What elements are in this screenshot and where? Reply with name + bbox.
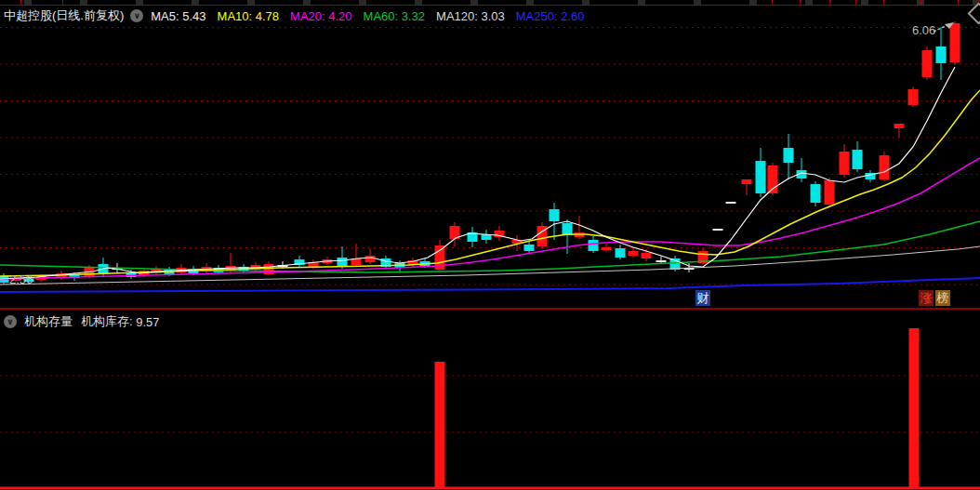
- rank-badge[interactable]: 榜: [935, 290, 950, 306]
- ma10-value: MA10: 4.78: [218, 9, 280, 23]
- collapse-panel-icon[interactable]: ∨: [4, 315, 17, 328]
- ma60-value: MA60: 3.32: [364, 9, 426, 23]
- panel-header: ∨ 机构存量 机构库存: 9.57: [4, 313, 160, 330]
- candlestick-chart[interactable]: [0, 0, 980, 308]
- limit-up-badge[interactable]: 涨: [919, 290, 934, 306]
- institution-panel[interactable]: ∨ 机构存量 机构库存: 9.57: [0, 308, 980, 490]
- chart-render-layer: [0, 21, 980, 292]
- ma5-value: MA5: 5.43: [151, 9, 205, 23]
- left-price-label: 2.56: [9, 272, 33, 286]
- ma20-value: MA20: 4.20: [290, 9, 352, 23]
- institution-volume-chart[interactable]: [0, 310, 980, 490]
- stock-title: 中超控股(日线.前复权): [4, 7, 124, 24]
- panel-title: 机构存量: [24, 313, 73, 330]
- chart-header: 中超控股(日线.前复权) ∨ MA5: 5.43 MA10: 4.78 MA20…: [4, 7, 595, 25]
- ma250-value: MA250: 2.60: [516, 9, 585, 23]
- ma120-value: MA120: 3.03: [436, 9, 505, 23]
- trading-terminal: { "header": { "title": "中超控股(日线.前复权)", "…: [0, 0, 980, 490]
- news-badge[interactable]: 财: [695, 290, 710, 306]
- collapse-main-chart-icon[interactable]: ∨: [130, 9, 143, 22]
- high-price-label: 6.06: [912, 23, 935, 37]
- main-chart-panel[interactable]: 2.56 6.06 财 涨 榜: [0, 0, 980, 308]
- panel-render-layer: [0, 328, 980, 488]
- panel-indicator-value: 9.57: [136, 315, 159, 329]
- panel-indicator-label: 机构库存:: [81, 313, 133, 330]
